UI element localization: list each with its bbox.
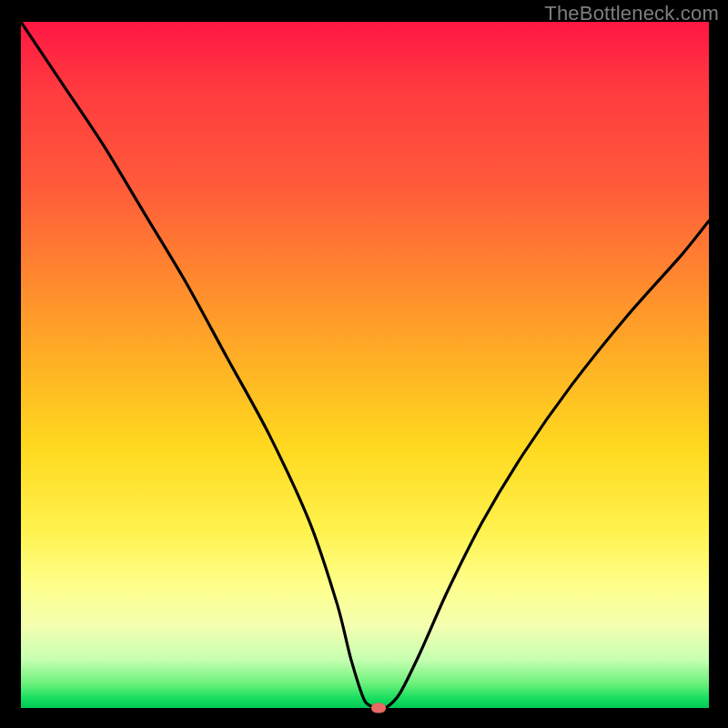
chart-plot-area <box>21 22 709 708</box>
bottleneck-marker <box>371 703 386 713</box>
watermark-text: TheBottleneck.com <box>544 2 719 25</box>
curve-path <box>21 22 709 708</box>
chart-stage: TheBottleneck.com <box>0 0 728 728</box>
bottleneck-curve <box>21 22 709 708</box>
